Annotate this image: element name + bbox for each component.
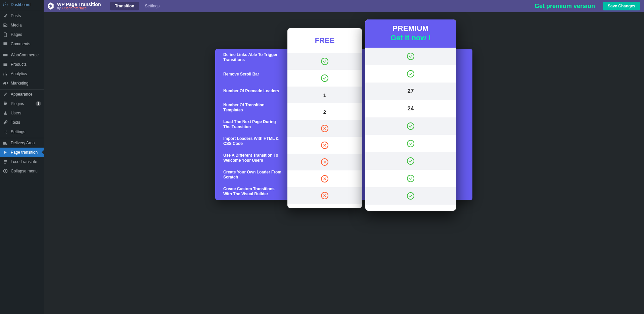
sidebar-item-label: Pages <box>11 32 41 37</box>
sidebar-item-delivery-area[interactable]: Delivery Area <box>0 138 44 148</box>
feature-row: Load The Next Page During The Transition <box>215 116 287 133</box>
woo-icon <box>3 52 8 58</box>
sidebar-item-label: Plugins <box>11 101 33 106</box>
sidebar-item-tools[interactable]: Tools <box>0 118 44 127</box>
appearance-icon <box>3 92 8 97</box>
premium-head: PREMIUM Get it now ! <box>365 19 456 48</box>
sidebar-item-dashboard[interactable]: Dashboard <box>0 0 44 9</box>
sidebar-item-label: Collapse menu <box>11 169 41 173</box>
main-area: WP Page Transition by Fluent Interface T… <box>44 0 644 314</box>
free-cell: 2 <box>287 103 362 120</box>
plugin-subtitle: by Fluent Interface <box>57 7 101 10</box>
page-icon <box>3 32 8 37</box>
sidebar-item-settings[interactable]: Settings <box>0 127 44 137</box>
feature-row: Create Custom Transitions With The Visua… <box>215 183 287 200</box>
check-icon <box>407 140 414 147</box>
free-cell <box>287 53 362 70</box>
analytics-icon <box>3 71 8 76</box>
sidebar-item-label: Tools <box>11 120 41 125</box>
sidebar-item-label: Marketing <box>11 81 41 86</box>
wp-admin-sidebar: DashboardPostsMediaPagesCommentsWooComme… <box>0 0 44 314</box>
compare-table: Define Links Able To Trigger Transitions… <box>215 49 472 200</box>
sidebar-item-loco-translate[interactable]: Loco Translate <box>0 157 44 166</box>
free-cell <box>287 154 362 170</box>
users-icon <box>3 110 8 116</box>
premium-title: PREMIUM <box>365 24 456 33</box>
get-premium-link[interactable]: Get premium version <box>535 3 595 10</box>
free-title: FREE <box>287 28 362 53</box>
free-cell <box>287 137 362 154</box>
cross-icon <box>321 142 328 149</box>
premium-cell <box>365 187 456 205</box>
sidebar-item-label: Loco Translate <box>11 159 41 164</box>
update-badge: 1 <box>36 101 41 106</box>
tab-transition[interactable]: Transition <box>110 2 139 10</box>
plugins-icon <box>3 101 8 106</box>
sidebar-item-products[interactable]: Products <box>0 60 44 69</box>
comment-icon <box>3 41 8 47</box>
check-icon <box>407 157 414 165</box>
cross-icon <box>321 175 328 182</box>
delivery-icon <box>3 140 8 146</box>
plugin-tabs: Transition Settings <box>110 2 164 10</box>
check-icon <box>407 175 414 182</box>
save-button[interactable]: Save Changes <box>603 2 640 10</box>
sidebar-item-plugins[interactable]: Plugins1 <box>0 99 44 108</box>
premium-cell <box>365 48 456 65</box>
premium-subtitle: Get it now ! <box>365 34 456 42</box>
sidebar-item-collapse-menu[interactable]: Collapse menu <box>0 166 44 176</box>
cross-icon <box>321 158 328 166</box>
plan-free: FREE 12 <box>287 28 362 208</box>
sidebar-item-analytics[interactable]: Analytics <box>0 69 44 78</box>
sidebar-item-page-transition[interactable]: Page transition <box>0 148 44 157</box>
loco-icon <box>3 159 8 164</box>
check-icon <box>407 122 414 130</box>
content-scroll[interactable]: Define Links Able To Trigger Transitions… <box>44 12 644 314</box>
sidebar-item-label: Users <box>11 111 41 115</box>
sidebar-item-label: Analytics <box>11 71 41 76</box>
sidebar-item-marketing[interactable]: Marketing <box>0 78 44 88</box>
sidebar-item-users[interactable]: Users <box>0 108 44 118</box>
sidebar-item-woocommerce[interactable]: WooCommerce <box>0 50 44 60</box>
sidebar-item-posts[interactable]: Posts <box>0 11 44 20</box>
free-cell: 1 <box>287 87 362 103</box>
premium-cell: 27 <box>365 83 456 100</box>
plan-premium[interactable]: PREMIUM Get it now ! 2724 <box>365 19 456 211</box>
feature-row: Define Links Able To Trigger Transitions <box>215 49 287 66</box>
feature-row: Number Of Premade Loaders <box>215 83 287 99</box>
plugin-title: WP Page Transition <box>57 2 101 7</box>
feature-row: Create Your Own Loader From Scratch <box>215 166 287 183</box>
cross-icon <box>321 125 328 132</box>
check-icon <box>407 192 414 200</box>
premium-cell <box>365 170 456 187</box>
marketing-icon <box>3 81 8 86</box>
free-cell <box>287 120 362 137</box>
check-icon <box>321 74 328 82</box>
brand-text: WP Page Transition by Fluent Interface <box>57 2 101 10</box>
premium-cell: 24 <box>365 100 456 117</box>
sidebar-item-comments[interactable]: Comments <box>0 39 44 49</box>
sidebar-item-label: Settings <box>11 129 41 134</box>
app-root: DashboardPostsMediaPagesCommentsWooComme… <box>0 0 644 314</box>
sidebar-item-appearance[interactable]: Appearance <box>0 90 44 99</box>
sidebar-item-media[interactable]: Media <box>0 20 44 30</box>
pin-icon <box>3 13 8 18</box>
tab-settings[interactable]: Settings <box>140 2 164 10</box>
sidebar-item-label: Comments <box>11 42 41 46</box>
plugin-topbar: WP Page Transition by Fluent Interface T… <box>44 0 644 12</box>
free-cell <box>287 70 362 87</box>
svg-rect-0 <box>3 54 8 56</box>
free-cell <box>287 187 362 204</box>
premium-cell <box>365 152 456 170</box>
tools-icon <box>3 120 8 125</box>
feature-row: Number Of Transition Templates <box>215 99 287 116</box>
sidebar-item-pages[interactable]: Pages <box>0 30 44 39</box>
settings-icon <box>3 129 8 135</box>
plugin-brand: WP Page Transition by Fluent Interface <box>46 2 101 10</box>
feature-row: Remove Scroll Bar <box>215 66 287 83</box>
transition-icon <box>3 150 8 155</box>
sidebar-item-label: Posts <box>11 13 41 18</box>
sidebar-item-label: Delivery Area <box>11 141 41 145</box>
sidebar-item-label: Media <box>11 23 41 28</box>
features-column: Define Links Able To Trigger Transitions… <box>215 49 287 200</box>
